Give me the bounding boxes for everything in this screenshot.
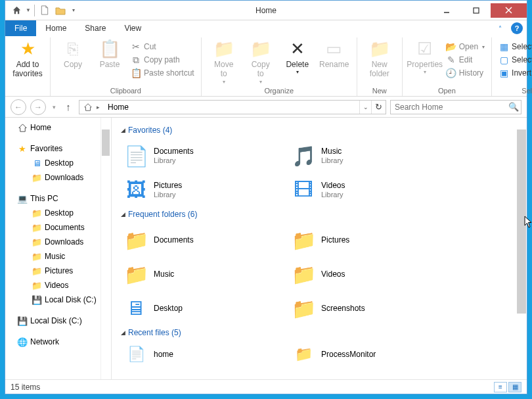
sidebar-documents[interactable]: 📁Documents xyxy=(5,220,111,235)
main-scrollbar[interactable] xyxy=(517,129,526,314)
delete-icon: ✕ xyxy=(287,39,308,60)
maximize-button[interactable] xyxy=(461,3,491,18)
delete-button[interactable]: ✕Delete▾ xyxy=(279,37,316,76)
sidebar-music[interactable]: 📁Music xyxy=(5,249,111,264)
open-group-label: Open xyxy=(438,87,456,95)
list-item[interactable]: 🖼PicturesLibrary xyxy=(121,173,288,207)
folder-icon: 📁 xyxy=(32,266,42,276)
star-icon: ★ xyxy=(17,143,28,154)
list-item[interactable]: 📁Music xyxy=(121,257,288,291)
share-tab[interactable]: Share xyxy=(76,20,115,36)
search-icon[interactable]: 🔍 xyxy=(506,102,521,112)
folder-icon: 📁 xyxy=(32,237,42,247)
sidebar-network[interactable]: 🌐Network xyxy=(5,335,111,349)
search-box[interactable]: 🔍 xyxy=(390,100,521,114)
paste-shortcut-button[interactable]: 📋Paste shortcut xyxy=(128,66,197,80)
close-button[interactable] xyxy=(491,3,527,18)
back-button[interactable]: ← xyxy=(11,99,26,115)
address-dropdown[interactable]: ⌄ xyxy=(359,101,371,114)
chevron-down-icon[interactable]: ▼ xyxy=(25,3,32,18)
list-item[interactable]: 🎞VideosLibrary xyxy=(288,173,456,207)
view-details-button[interactable]: ≡ xyxy=(494,382,507,392)
address-bar[interactable]: ▸ Home ⌄ ↻ xyxy=(79,100,386,114)
new-group-label: New xyxy=(372,87,387,95)
qat-folder-icon[interactable] xyxy=(53,3,68,18)
move-to-button[interactable]: 📁Move to▾ xyxy=(206,37,242,85)
section-recent-header[interactable]: ◢Recent files (5) xyxy=(121,325,523,341)
sidebar-favorites[interactable]: ★Favorites xyxy=(5,141,111,156)
sidebar-home[interactable]: Home xyxy=(5,120,111,135)
home-tab[interactable]: Home xyxy=(36,20,76,36)
sidebar-videos[interactable]: 📁Videos xyxy=(5,278,111,293)
list-item[interactable]: 🖥Desktop xyxy=(121,291,288,325)
sidebar: Home ★Favorites 🖥Desktop 📁Downloads 💻Thi… xyxy=(5,118,112,379)
refresh-button[interactable]: ↻ xyxy=(371,101,386,114)
statusbar: 15 items ≡ ▦ xyxy=(5,379,527,394)
minimize-button[interactable] xyxy=(432,3,461,18)
list-item[interactable]: 📁ProcessMonitor xyxy=(288,341,456,367)
properties-icon: ☑ xyxy=(414,39,435,60)
pc-icon: 💻 xyxy=(17,193,28,204)
titlebar: ▼ ▾ Home xyxy=(5,1,527,20)
copy-path-button[interactable]: ⧉Copy path xyxy=(128,53,197,66)
copy-to-button[interactable]: 📁Copy to▾ xyxy=(242,37,279,85)
svg-rect-1 xyxy=(474,8,479,13)
copy-button[interactable]: ⎘Copy xyxy=(55,37,91,69)
sidebar-localdisk[interactable]: 💾Local Disk (C:) xyxy=(5,293,111,307)
edit-button[interactable]: ✎Edit xyxy=(443,53,487,66)
copy-to-icon: 📁 xyxy=(250,39,271,60)
up-button[interactable]: ↑ xyxy=(62,101,75,114)
select-all-button[interactable]: ▦Select all xyxy=(496,40,532,53)
invert-selection-button[interactable]: ▣Invert selection xyxy=(496,66,532,80)
sidebar-desktop[interactable]: 🖥Desktop xyxy=(5,156,111,170)
list-item[interactable]: 📁Screenshots xyxy=(288,291,456,325)
add-to-favorites-button[interactable]: ★ Add to favorites xyxy=(9,37,46,79)
breadcrumb-home[interactable]: Home xyxy=(104,101,133,114)
collapse-ribbon-icon[interactable]: ˄ xyxy=(494,22,506,34)
move-to-icon: 📁 xyxy=(213,39,234,60)
home-icon xyxy=(17,122,28,133)
new-folder-button[interactable]: 📁New folder xyxy=(361,37,398,79)
sidebar-pictures[interactable]: 📁Pictures xyxy=(5,264,111,278)
new-folder-icon: 📁 xyxy=(369,39,390,60)
open-icon: 📂 xyxy=(446,41,456,52)
sidebar-localdisk-root[interactable]: 💾Local Disk (C:) xyxy=(5,314,111,328)
qat-home-icon[interactable] xyxy=(9,3,24,18)
sidebar-downloads-pc[interactable]: 📁Downloads xyxy=(5,235,111,249)
sidebar-downloads[interactable]: 📁Downloads xyxy=(5,170,111,185)
list-item[interactable]: 📁Pictures xyxy=(288,223,456,257)
sidebar-scrollbar[interactable] xyxy=(102,129,110,156)
folder-icon: 📁 xyxy=(123,262,148,286)
section-favorites-header[interactable]: ◢Favorites (4) xyxy=(121,123,523,139)
open-button[interactable]: 📂Open▾ xyxy=(443,40,487,53)
disk-icon: 💾 xyxy=(32,294,42,305)
forward-button[interactable]: → xyxy=(30,99,46,115)
properties-button[interactable]: ☑Properties▾ xyxy=(407,37,443,76)
cut-button[interactable]: ✂Cut xyxy=(128,40,197,53)
explorer-window: ▼ ▾ Home File Home Share View ˄ ? xyxy=(5,0,527,394)
list-item[interactable]: 📁Documents xyxy=(121,223,288,257)
list-item[interactable]: 🎵MusicLibrary xyxy=(288,139,456,173)
view-tab[interactable]: View xyxy=(115,20,150,36)
history-dropdown[interactable]: ▾ xyxy=(50,104,58,110)
paste-button[interactable]: 📋Paste xyxy=(91,37,128,69)
clipboard-group-label: Clipboard xyxy=(110,87,141,95)
list-item[interactable]: 📁Videos xyxy=(288,257,456,291)
chevron-down-icon[interactable]: ▾ xyxy=(69,3,78,18)
list-item[interactable]: 📄DocumentsLibrary xyxy=(121,139,288,173)
help-icon[interactable]: ? xyxy=(511,22,523,34)
search-input[interactable] xyxy=(391,103,506,112)
view-icons-button[interactable]: ▦ xyxy=(508,382,521,392)
sidebar-desktop-pc[interactable]: 📁Desktop xyxy=(5,206,111,220)
star-icon: ★ xyxy=(17,39,38,60)
rename-button[interactable]: ▭Rename xyxy=(316,37,353,69)
select-none-button[interactable]: ▢Select none xyxy=(496,53,532,66)
list-item[interactable]: 📄home xyxy=(121,341,288,367)
sidebar-thispc[interactable]: 💻This PC xyxy=(5,191,111,206)
qat-file-icon[interactable] xyxy=(37,3,52,18)
history-button[interactable]: 🕘History xyxy=(443,66,487,80)
edit-icon: ✎ xyxy=(446,55,456,65)
breadcrumb-home-icon[interactable]: ▸ xyxy=(79,101,104,114)
file-tab[interactable]: File xyxy=(5,20,36,36)
section-frequent-header[interactable]: ◢Frequent folders (6) xyxy=(121,207,523,223)
